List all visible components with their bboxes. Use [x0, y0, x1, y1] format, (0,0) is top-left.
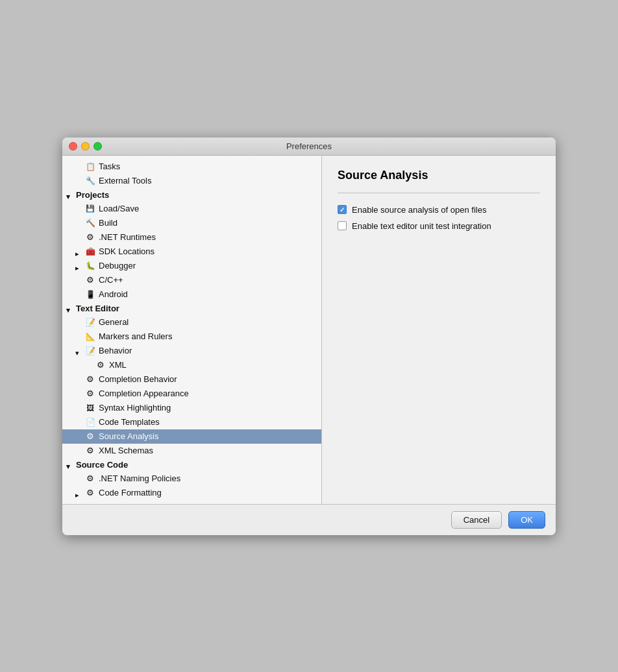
sidebar-item-label: Debugger — [99, 261, 136, 270]
triangle-open-icon — [66, 461, 73, 468]
sidebar-item-xml-schemas[interactable]: XML Schemas — [62, 444, 321, 458]
sidebar-item-label: Build — [99, 218, 117, 228]
sidebar-item-label: Completion Behavior — [99, 374, 177, 384]
sidebar-item-label: Projects — [76, 190, 109, 200]
window-title: Preferences — [286, 141, 332, 151]
sidebar-item-label: XML Schemas — [99, 446, 153, 455]
icon-completion-b-icon — [85, 374, 95, 385]
sidebar-item-label: Syntax Highlighting — [99, 403, 171, 413]
sidebar-item-label: Tasks — [99, 162, 120, 171]
checkbox-label-enable-source-analysis: Enable source analysis of open files — [352, 205, 486, 215]
sidebar-item-label: C/C++ — [99, 275, 123, 285]
sidebar-item-tasks[interactable]: Tasks — [62, 160, 321, 174]
sidebar-item-xml[interactable]: XML — [62, 358, 321, 372]
sidebar-item-load-save[interactable]: Load/Save — [62, 202, 321, 216]
sidebar-item-syntax-highlighting[interactable]: Syntax Highlighting — [62, 401, 321, 415]
sidebar-item-behavior[interactable]: Behavior — [62, 344, 321, 358]
separator — [338, 193, 540, 193]
icon-disk-icon — [85, 204, 95, 214]
sidebar-item-label: External Tools — [99, 176, 151, 186]
checkbox-enable-source-analysis[interactable] — [338, 205, 347, 214]
sidebar-item-sdk-locations[interactable]: SDK Locations — [62, 245, 321, 259]
sidebar-item-markers-rulers[interactable]: Markers and Rulers — [62, 330, 321, 344]
sidebar-item-debugger[interactable]: Debugger — [62, 259, 321, 273]
icon-android-icon — [85, 289, 95, 300]
sidebar-item-label: Code Templates — [99, 417, 160, 427]
minimize-button[interactable] — [81, 142, 90, 150]
cancel-button[interactable]: Cancel — [451, 511, 502, 529]
sidebar-item-c-cpp[interactable]: C/C++ — [62, 273, 321, 287]
icon-syntax-icon — [85, 403, 95, 413]
icon-templates-icon — [85, 417, 95, 427]
sidebar-item-label: Source Analysis — [99, 431, 159, 441]
traffic-lights — [69, 142, 102, 150]
icon-formatting-icon — [85, 488, 95, 498]
triangle-open-icon — [75, 348, 82, 354]
sidebar-item-label: SDK Locations — [99, 246, 154, 256]
sidebar-item-label: Text Editor — [76, 304, 119, 313]
checkbox-row-enable-source-analysis[interactable]: Enable source analysis of open files — [338, 205, 540, 215]
sidebar-item-label: .NET Naming Policies — [99, 474, 180, 483]
triangle-open-icon — [66, 191, 73, 198]
sidebar-item-label: Markers and Rulers — [99, 331, 172, 341]
detail-panel: Source Analysis Enable source analysis o… — [322, 156, 556, 504]
sidebar-item-label: Load/Save — [99, 204, 139, 213]
close-button[interactable] — [69, 142, 77, 150]
sidebar-item-label: Source Code — [76, 460, 128, 470]
ok-button[interactable]: OK — [508, 511, 545, 529]
sidebar-item-completion-behavior[interactable]: Completion Behavior — [62, 372, 321, 387]
triangle-closed-icon — [75, 490, 82, 496]
sidebar-item-general[interactable]: General — [62, 315, 321, 330]
icon-tools-icon — [85, 176, 95, 186]
footer: Cancel OK — [62, 504, 556, 535]
maximize-button[interactable] — [93, 142, 102, 150]
sidebar-item-text-editor[interactable]: Text Editor — [62, 302, 321, 315]
icon-naming-icon — [85, 474, 95, 484]
icon-debug-icon — [85, 261, 95, 271]
preferences-window: Preferences TasksExternal ToolsProjectsL… — [62, 138, 556, 535]
icon-tasks-icon — [85, 162, 95, 172]
icon-gear-icon — [85, 275, 95, 285]
sidebar-item-label: Android — [99, 289, 128, 299]
checkbox-enable-unit-test[interactable] — [338, 221, 347, 230]
icon-markers-icon — [85, 331, 95, 342]
sidebar-item-external-tools[interactable]: External Tools — [62, 174, 321, 188]
sidebar-item-label: General — [99, 317, 129, 327]
sidebar-item-code-formatting[interactable]: Code Formatting — [62, 486, 321, 500]
icon-xml-icon — [95, 360, 106, 370]
sidebar-item-label: .NET Runtimes — [99, 232, 156, 242]
sidebar: TasksExternal ToolsProjectsLoad/SaveBuil… — [62, 156, 322, 504]
icon-build-icon — [85, 218, 95, 228]
triangle-closed-icon — [75, 248, 82, 255]
sidebar-item-label: Completion Appearance — [99, 389, 189, 398]
sidebar-item-android[interactable]: Android — [62, 287, 321, 302]
sidebar-item-build[interactable]: Build — [62, 216, 321, 230]
sidebar-item-label: Behavior — [99, 346, 132, 355]
sidebar-item-source-code[interactable]: Source Code — [62, 458, 321, 472]
sidebar-item-code-templates[interactable]: Code Templates — [62, 415, 321, 429]
icon-gear-icon — [85, 232, 95, 243]
main-content: TasksExternal ToolsProjectsLoad/SaveBuil… — [62, 156, 556, 504]
icon-behavior-icon — [85, 346, 95, 356]
icon-sdk-icon — [85, 246, 95, 257]
triangle-closed-icon — [75, 263, 82, 269]
icon-general-icon — [85, 317, 95, 328]
sidebar-item-completion-appearance[interactable]: Completion Appearance — [62, 387, 321, 401]
checkboxes-container: Enable source analysis of open filesEnab… — [338, 205, 540, 237]
titlebar: Preferences — [62, 138, 556, 156]
triangle-open-icon — [66, 305, 73, 311]
sidebar-item-projects[interactable]: Projects — [62, 188, 321, 202]
icon-completion-a-icon — [85, 389, 95, 399]
checkbox-label-enable-unit-test: Enable text editor unit test integration — [352, 221, 491, 231]
sidebar-item-net-runtimes[interactable]: .NET Runtimes — [62, 230, 321, 245]
sidebar-item-net-naming[interactable]: .NET Naming Policies — [62, 472, 321, 486]
icon-source-analysis-icon — [85, 431, 95, 442]
sidebar-item-source-analysis[interactable]: Source Analysis — [62, 429, 321, 444]
detail-title: Source Analysis — [338, 169, 540, 182]
checkbox-row-enable-unit-test[interactable]: Enable text editor unit test integration — [338, 221, 540, 231]
icon-xml-schemas-icon — [85, 446, 95, 456]
sidebar-item-label: Code Formatting — [99, 488, 162, 498]
sidebar-item-label: XML — [109, 360, 127, 370]
